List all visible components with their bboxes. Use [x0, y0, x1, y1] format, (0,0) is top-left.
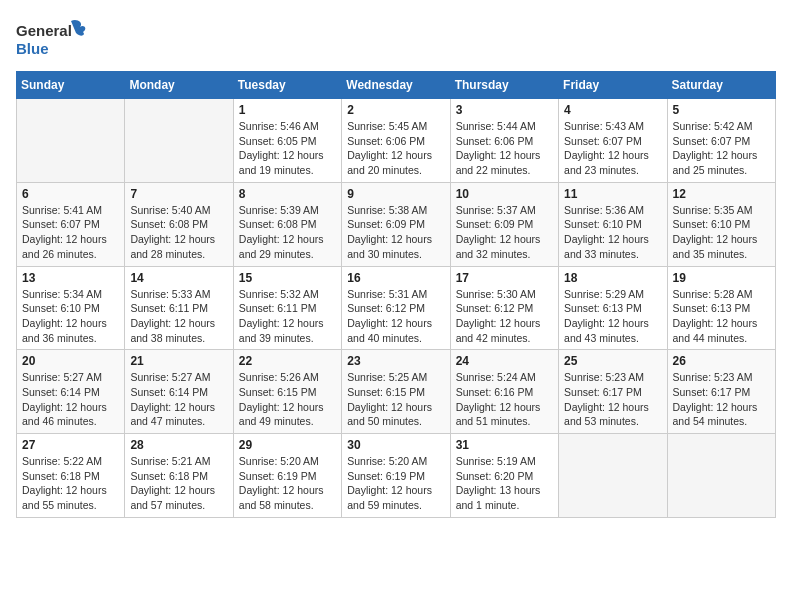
calendar-week-row: 27Sunrise: 5:22 AM Sunset: 6:18 PM Dayli… [17, 434, 776, 518]
calendar-cell: 8Sunrise: 5:39 AM Sunset: 6:08 PM Daylig… [233, 182, 341, 266]
day-number: 14 [130, 271, 227, 285]
day-number: 29 [239, 438, 336, 452]
day-number: 2 [347, 103, 444, 117]
svg-text:General: General [16, 22, 72, 39]
weekday-header-thursday: Thursday [450, 72, 558, 99]
calendar-cell: 29Sunrise: 5:20 AM Sunset: 6:19 PM Dayli… [233, 434, 341, 518]
calendar-cell: 4Sunrise: 5:43 AM Sunset: 6:07 PM Daylig… [559, 99, 667, 183]
day-info: Sunrise: 5:46 AM Sunset: 6:05 PM Dayligh… [239, 119, 336, 178]
day-number: 12 [673, 187, 770, 201]
day-number: 26 [673, 354, 770, 368]
day-info: Sunrise: 5:26 AM Sunset: 6:15 PM Dayligh… [239, 370, 336, 429]
calendar-week-row: 20Sunrise: 5:27 AM Sunset: 6:14 PM Dayli… [17, 350, 776, 434]
calendar-table: SundayMondayTuesdayWednesdayThursdayFrid… [16, 71, 776, 518]
day-number: 4 [564, 103, 661, 117]
day-number: 17 [456, 271, 553, 285]
day-number: 6 [22, 187, 119, 201]
day-info: Sunrise: 5:20 AM Sunset: 6:19 PM Dayligh… [239, 454, 336, 513]
calendar-cell: 16Sunrise: 5:31 AM Sunset: 6:12 PM Dayli… [342, 266, 450, 350]
day-number: 1 [239, 103, 336, 117]
day-info: Sunrise: 5:27 AM Sunset: 6:14 PM Dayligh… [130, 370, 227, 429]
logo: GeneralBlue [16, 16, 96, 61]
day-number: 24 [456, 354, 553, 368]
calendar-cell: 12Sunrise: 5:35 AM Sunset: 6:10 PM Dayli… [667, 182, 775, 266]
calendar-cell: 27Sunrise: 5:22 AM Sunset: 6:18 PM Dayli… [17, 434, 125, 518]
calendar-cell: 28Sunrise: 5:21 AM Sunset: 6:18 PM Dayli… [125, 434, 233, 518]
day-info: Sunrise: 5:24 AM Sunset: 6:16 PM Dayligh… [456, 370, 553, 429]
day-info: Sunrise: 5:28 AM Sunset: 6:13 PM Dayligh… [673, 287, 770, 346]
day-info: Sunrise: 5:44 AM Sunset: 6:06 PM Dayligh… [456, 119, 553, 178]
weekday-header-sunday: Sunday [17, 72, 125, 99]
day-info: Sunrise: 5:34 AM Sunset: 6:10 PM Dayligh… [22, 287, 119, 346]
day-info: Sunrise: 5:20 AM Sunset: 6:19 PM Dayligh… [347, 454, 444, 513]
day-number: 3 [456, 103, 553, 117]
day-number: 30 [347, 438, 444, 452]
day-info: Sunrise: 5:33 AM Sunset: 6:11 PM Dayligh… [130, 287, 227, 346]
calendar-cell: 10Sunrise: 5:37 AM Sunset: 6:09 PM Dayli… [450, 182, 558, 266]
calendar-cell: 31Sunrise: 5:19 AM Sunset: 6:20 PM Dayli… [450, 434, 558, 518]
calendar-cell: 5Sunrise: 5:42 AM Sunset: 6:07 PM Daylig… [667, 99, 775, 183]
day-number: 10 [456, 187, 553, 201]
day-info: Sunrise: 5:45 AM Sunset: 6:06 PM Dayligh… [347, 119, 444, 178]
calendar-cell: 30Sunrise: 5:20 AM Sunset: 6:19 PM Dayli… [342, 434, 450, 518]
day-number: 28 [130, 438, 227, 452]
calendar-week-row: 6Sunrise: 5:41 AM Sunset: 6:07 PM Daylig… [17, 182, 776, 266]
day-number: 5 [673, 103, 770, 117]
calendar-cell: 18Sunrise: 5:29 AM Sunset: 6:13 PM Dayli… [559, 266, 667, 350]
day-info: Sunrise: 5:25 AM Sunset: 6:15 PM Dayligh… [347, 370, 444, 429]
calendar-cell: 23Sunrise: 5:25 AM Sunset: 6:15 PM Dayli… [342, 350, 450, 434]
day-info: Sunrise: 5:35 AM Sunset: 6:10 PM Dayligh… [673, 203, 770, 262]
day-info: Sunrise: 5:40 AM Sunset: 6:08 PM Dayligh… [130, 203, 227, 262]
weekday-header-row: SundayMondayTuesdayWednesdayThursdayFrid… [17, 72, 776, 99]
day-number: 21 [130, 354, 227, 368]
day-number: 9 [347, 187, 444, 201]
calendar-cell: 6Sunrise: 5:41 AM Sunset: 6:07 PM Daylig… [17, 182, 125, 266]
calendar-cell: 2Sunrise: 5:45 AM Sunset: 6:06 PM Daylig… [342, 99, 450, 183]
svg-text:Blue: Blue [16, 40, 49, 57]
day-number: 16 [347, 271, 444, 285]
calendar-cell: 19Sunrise: 5:28 AM Sunset: 6:13 PM Dayli… [667, 266, 775, 350]
calendar-cell: 3Sunrise: 5:44 AM Sunset: 6:06 PM Daylig… [450, 99, 558, 183]
day-number: 23 [347, 354, 444, 368]
page-header: GeneralBlue [16, 16, 776, 61]
calendar-cell: 7Sunrise: 5:40 AM Sunset: 6:08 PM Daylig… [125, 182, 233, 266]
day-number: 15 [239, 271, 336, 285]
day-info: Sunrise: 5:38 AM Sunset: 6:09 PM Dayligh… [347, 203, 444, 262]
day-number: 13 [22, 271, 119, 285]
day-info: Sunrise: 5:36 AM Sunset: 6:10 PM Dayligh… [564, 203, 661, 262]
calendar-cell: 24Sunrise: 5:24 AM Sunset: 6:16 PM Dayli… [450, 350, 558, 434]
day-info: Sunrise: 5:23 AM Sunset: 6:17 PM Dayligh… [564, 370, 661, 429]
calendar-cell [125, 99, 233, 183]
calendar-week-row: 13Sunrise: 5:34 AM Sunset: 6:10 PM Dayli… [17, 266, 776, 350]
calendar-cell: 1Sunrise: 5:46 AM Sunset: 6:05 PM Daylig… [233, 99, 341, 183]
day-info: Sunrise: 5:32 AM Sunset: 6:11 PM Dayligh… [239, 287, 336, 346]
day-info: Sunrise: 5:21 AM Sunset: 6:18 PM Dayligh… [130, 454, 227, 513]
calendar-cell: 17Sunrise: 5:30 AM Sunset: 6:12 PM Dayli… [450, 266, 558, 350]
day-number: 18 [564, 271, 661, 285]
day-info: Sunrise: 5:31 AM Sunset: 6:12 PM Dayligh… [347, 287, 444, 346]
calendar-cell: 20Sunrise: 5:27 AM Sunset: 6:14 PM Dayli… [17, 350, 125, 434]
day-number: 25 [564, 354, 661, 368]
day-info: Sunrise: 5:23 AM Sunset: 6:17 PM Dayligh… [673, 370, 770, 429]
day-info: Sunrise: 5:43 AM Sunset: 6:07 PM Dayligh… [564, 119, 661, 178]
calendar-cell [559, 434, 667, 518]
calendar-cell: 22Sunrise: 5:26 AM Sunset: 6:15 PM Dayli… [233, 350, 341, 434]
calendar-cell [17, 99, 125, 183]
day-info: Sunrise: 5:37 AM Sunset: 6:09 PM Dayligh… [456, 203, 553, 262]
calendar-cell: 9Sunrise: 5:38 AM Sunset: 6:09 PM Daylig… [342, 182, 450, 266]
weekday-header-friday: Friday [559, 72, 667, 99]
day-number: 11 [564, 187, 661, 201]
calendar-cell: 14Sunrise: 5:33 AM Sunset: 6:11 PM Dayli… [125, 266, 233, 350]
calendar-cell: 13Sunrise: 5:34 AM Sunset: 6:10 PM Dayli… [17, 266, 125, 350]
calendar-cell [667, 434, 775, 518]
day-info: Sunrise: 5:27 AM Sunset: 6:14 PM Dayligh… [22, 370, 119, 429]
logo-svg: GeneralBlue [16, 16, 96, 61]
calendar-cell: 21Sunrise: 5:27 AM Sunset: 6:14 PM Dayli… [125, 350, 233, 434]
day-number: 31 [456, 438, 553, 452]
day-info: Sunrise: 5:22 AM Sunset: 6:18 PM Dayligh… [22, 454, 119, 513]
day-info: Sunrise: 5:39 AM Sunset: 6:08 PM Dayligh… [239, 203, 336, 262]
day-info: Sunrise: 5:29 AM Sunset: 6:13 PM Dayligh… [564, 287, 661, 346]
day-info: Sunrise: 5:42 AM Sunset: 6:07 PM Dayligh… [673, 119, 770, 178]
calendar-cell: 11Sunrise: 5:36 AM Sunset: 6:10 PM Dayli… [559, 182, 667, 266]
day-number: 19 [673, 271, 770, 285]
